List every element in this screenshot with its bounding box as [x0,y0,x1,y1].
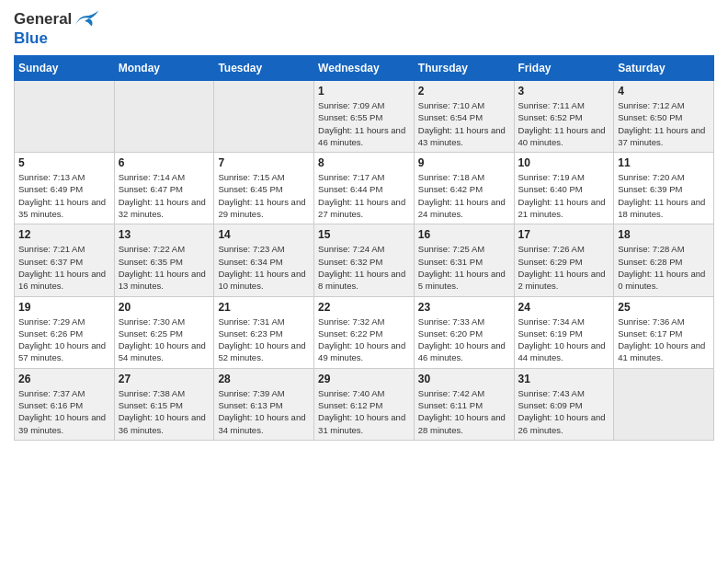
day-info: Sunrise: 7:11 AM Sunset: 6:52 PM Dayligh… [518,99,610,148]
weekday-header-sunday: Sunday [15,56,115,81]
day-info: Sunrise: 7:17 AM Sunset: 6:44 PM Dayligh… [318,171,410,220]
logo: General Blue [14,9,99,48]
calendar-cell: 29Sunrise: 7:40 AM Sunset: 6:12 PM Dayli… [314,368,415,440]
calendar-cell [15,81,115,153]
calendar-cell: 3Sunrise: 7:11 AM Sunset: 6:52 PM Daylig… [514,81,614,153]
day-info: Sunrise: 7:22 AM Sunset: 6:35 PM Dayligh… [119,243,210,292]
day-info: Sunrise: 7:21 AM Sunset: 6:37 PM Dayligh… [18,243,110,292]
calendar-cell: 9Sunrise: 7:18 AM Sunset: 6:42 PM Daylig… [414,153,514,224]
weekday-header-saturday: Saturday [614,56,714,81]
calendar-cell: 25Sunrise: 7:36 AM Sunset: 6:17 PM Dayli… [614,296,714,368]
logo-container: General Blue [14,9,99,48]
weekday-header-monday: Monday [114,56,214,81]
calendar-cell: 2Sunrise: 7:10 AM Sunset: 6:54 PM Daylig… [414,81,514,153]
calendar-week-row: 12Sunrise: 7:21 AM Sunset: 6:37 PM Dayli… [15,224,714,296]
day-number: 1 [318,85,410,98]
logo-bird-icon [74,9,99,29]
day-info: Sunrise: 7:09 AM Sunset: 6:55 PM Dayligh… [318,99,410,148]
day-info: Sunrise: 7:13 AM Sunset: 6:49 PM Dayligh… [18,171,110,220]
calendar-table: SundayMondayTuesdayWednesdayThursdayFrid… [14,55,714,441]
page: General Blue SundayMondayT [0,0,728,563]
day-info: Sunrise: 7:36 AM Sunset: 6:17 PM Dayligh… [618,316,710,364]
day-info: Sunrise: 7:40 AM Sunset: 6:12 PM Dayligh… [318,387,410,436]
day-info: Sunrise: 7:32 AM Sunset: 6:22 PM Dayligh… [318,316,410,364]
weekday-header-tuesday: Tuesday [214,56,314,81]
day-info: Sunrise: 7:14 AM Sunset: 6:47 PM Dayligh… [119,171,210,220]
day-number: 8 [318,156,410,169]
day-number: 26 [18,373,110,385]
calendar-cell: 4Sunrise: 7:12 AM Sunset: 6:50 PM Daylig… [614,81,714,153]
day-info: Sunrise: 7:19 AM Sunset: 6:40 PM Dayligh… [518,171,610,220]
day-number: 5 [18,156,110,169]
day-number: 20 [119,301,210,314]
calendar-cell: 30Sunrise: 7:42 AM Sunset: 6:11 PM Dayli… [414,368,514,440]
day-number: 12 [18,228,110,241]
day-number: 11 [618,156,710,169]
calendar-cell [214,81,314,153]
calendar-cell: 8Sunrise: 7:17 AM Sunset: 6:44 PM Daylig… [314,153,415,224]
calendar-cell: 15Sunrise: 7:24 AM Sunset: 6:32 PM Dayli… [314,224,415,296]
day-number: 24 [518,301,610,314]
weekday-header-friday: Friday [514,56,614,81]
day-number: 27 [119,373,210,385]
calendar-cell: 7Sunrise: 7:15 AM Sunset: 6:45 PM Daylig… [214,153,314,224]
calendar-week-row: 5Sunrise: 7:13 AM Sunset: 6:49 PM Daylig… [15,153,714,224]
calendar-week-row: 26Sunrise: 7:37 AM Sunset: 6:16 PM Dayli… [15,368,714,440]
day-info: Sunrise: 7:18 AM Sunset: 6:42 PM Dayligh… [418,171,510,220]
day-number: 10 [518,156,610,169]
logo-general: General [14,10,72,29]
day-info: Sunrise: 7:29 AM Sunset: 6:26 PM Dayligh… [18,316,110,364]
day-number: 6 [119,156,210,169]
day-number: 28 [218,373,310,385]
calendar-cell [614,368,714,440]
weekday-header-wednesday: Wednesday [314,56,415,81]
calendar-cell: 17Sunrise: 7:26 AM Sunset: 6:29 PM Dayli… [514,224,614,296]
day-number: 2 [418,85,510,98]
day-number: 3 [518,85,610,98]
calendar-cell: 18Sunrise: 7:28 AM Sunset: 6:28 PM Dayli… [614,224,714,296]
calendar-cell: 19Sunrise: 7:29 AM Sunset: 6:26 PM Dayli… [15,296,115,368]
calendar-cell: 26Sunrise: 7:37 AM Sunset: 6:16 PM Dayli… [15,368,115,440]
day-info: Sunrise: 7:37 AM Sunset: 6:16 PM Dayligh… [18,387,110,436]
calendar-cell: 11Sunrise: 7:20 AM Sunset: 6:39 PM Dayli… [614,153,714,224]
day-info: Sunrise: 7:34 AM Sunset: 6:19 PM Dayligh… [518,316,610,364]
day-number: 15 [318,228,410,241]
day-info: Sunrise: 7:26 AM Sunset: 6:29 PM Dayligh… [518,243,610,292]
calendar-cell: 22Sunrise: 7:32 AM Sunset: 6:22 PM Dayli… [314,296,415,368]
calendar-cell: 24Sunrise: 7:34 AM Sunset: 6:19 PM Dayli… [514,296,614,368]
day-number: 23 [418,301,510,314]
calendar-cell: 1Sunrise: 7:09 AM Sunset: 6:55 PM Daylig… [314,81,415,153]
day-number: 13 [119,228,210,241]
day-number: 30 [418,373,510,385]
day-info: Sunrise: 7:28 AM Sunset: 6:28 PM Dayligh… [618,243,710,292]
day-number: 25 [618,301,710,314]
day-number: 16 [418,228,510,241]
day-number: 9 [418,156,510,169]
calendar-cell [114,81,214,153]
calendar-cell: 27Sunrise: 7:38 AM Sunset: 6:15 PM Dayli… [114,368,214,440]
calendar-cell: 5Sunrise: 7:13 AM Sunset: 6:49 PM Daylig… [15,153,115,224]
day-number: 31 [518,373,610,385]
day-info: Sunrise: 7:33 AM Sunset: 6:20 PM Dayligh… [418,316,510,364]
calendar-cell: 31Sunrise: 7:43 AM Sunset: 6:09 PM Dayli… [514,368,614,440]
day-number: 22 [318,301,410,314]
day-info: Sunrise: 7:43 AM Sunset: 6:09 PM Dayligh… [518,387,610,436]
calendar-cell: 6Sunrise: 7:14 AM Sunset: 6:47 PM Daylig… [114,153,214,224]
weekday-header-thursday: Thursday [414,56,514,81]
day-number: 21 [218,301,310,314]
calendar-week-row: 1Sunrise: 7:09 AM Sunset: 6:55 PM Daylig… [15,81,714,153]
day-info: Sunrise: 7:23 AM Sunset: 6:34 PM Dayligh… [218,243,310,292]
calendar-cell: 14Sunrise: 7:23 AM Sunset: 6:34 PM Dayli… [214,224,314,296]
day-number: 7 [218,156,310,169]
weekday-header-row: SundayMondayTuesdayWednesdayThursdayFrid… [15,56,714,81]
header: General Blue [14,9,714,48]
calendar-cell: 23Sunrise: 7:33 AM Sunset: 6:20 PM Dayli… [414,296,514,368]
day-info: Sunrise: 7:24 AM Sunset: 6:32 PM Dayligh… [318,243,410,292]
calendar-cell: 20Sunrise: 7:30 AM Sunset: 6:25 PM Dayli… [114,296,214,368]
calendar-cell: 21Sunrise: 7:31 AM Sunset: 6:23 PM Dayli… [214,296,314,368]
calendar-cell: 13Sunrise: 7:22 AM Sunset: 6:35 PM Dayli… [114,224,214,296]
day-info: Sunrise: 7:12 AM Sunset: 6:50 PM Dayligh… [618,99,710,148]
day-info: Sunrise: 7:30 AM Sunset: 6:25 PM Dayligh… [119,316,210,364]
calendar-cell: 10Sunrise: 7:19 AM Sunset: 6:40 PM Dayli… [514,153,614,224]
day-info: Sunrise: 7:39 AM Sunset: 6:13 PM Dayligh… [218,387,310,436]
